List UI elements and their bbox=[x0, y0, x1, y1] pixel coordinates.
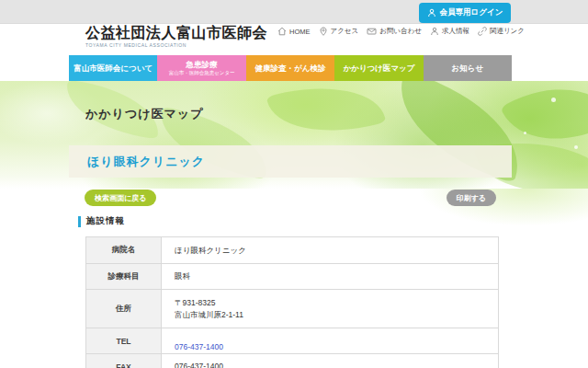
clinic-name-heading: ほり眼科クリニック bbox=[69, 145, 512, 178]
facility-table: 病院名 ほり眼科クリニック 診療科目 眼科 住所 〒931-8325 富山市城川… bbox=[85, 236, 499, 368]
heading-accent-bar bbox=[78, 216, 81, 227]
tab-emergency-sublabel: 富山市・医師会急患センター bbox=[169, 70, 235, 76]
sparkle-decoration bbox=[574, 145, 578, 149]
home-icon bbox=[277, 27, 287, 36]
nav-access[interactable]: アクセス bbox=[319, 27, 359, 36]
table-row-tel: TEL 076-437-1400 bbox=[86, 328, 499, 354]
row-value: 〒931-8325 富山市城川原2-1-11 bbox=[162, 290, 499, 328]
tab-health-checkup[interactable]: 健康診査・がん検診 bbox=[246, 55, 334, 81]
link-icon bbox=[478, 27, 487, 36]
nav-contact-label: お問い合わせ bbox=[379, 27, 422, 36]
main-nav: 富山市医師会について 急患診療 富山市・医師会急患センター 健康診査・がん検診 … bbox=[69, 55, 512, 81]
site-branding[interactable]: 公益社団法人富山市医師会 TOYAMA CITY MEDICAL ASSOCIA… bbox=[85, 25, 267, 48]
row-label: 住所 bbox=[86, 290, 162, 328]
row-value: 076-437-1400 bbox=[162, 328, 499, 354]
tab-doctor-map-label: かかりつけ医マップ bbox=[343, 63, 414, 73]
table-row-fax: FAX 076-437-1400 bbox=[86, 354, 499, 368]
print-button[interactable]: 印刷する bbox=[447, 190, 496, 206]
table-row-address: 住所 〒931-8325 富山市城川原2-1-11 bbox=[86, 290, 499, 328]
tab-news[interactable]: お知らせ bbox=[424, 55, 512, 81]
member-person-icon bbox=[427, 8, 436, 17]
nav-recruit-label: 求人情報 bbox=[442, 27, 469, 36]
row-value: 眼科 bbox=[162, 264, 499, 290]
page: 会員専用ログイン 公益社団法人富山市医師会 TOYAMA CITY MEDICA… bbox=[0, 0, 588, 368]
table-row-department: 診療科目 眼科 bbox=[86, 264, 499, 290]
nav-links[interactable]: 関連リンク bbox=[478, 27, 525, 36]
nav-links-label: 関連リンク bbox=[490, 27, 525, 36]
row-label: 診療科目 bbox=[86, 264, 162, 290]
site-subtitle: TOYAMA CITY MEDICAL ASSOCIATION bbox=[85, 42, 267, 48]
facility-info-label: 施設情報 bbox=[86, 215, 125, 227]
tab-health-checkup-label: 健康診査・がん検診 bbox=[255, 63, 326, 73]
nav-contact[interactable]: お問い合わせ bbox=[367, 27, 422, 36]
tab-news-label: お知らせ bbox=[452, 63, 484, 73]
sparkle-decoration bbox=[551, 98, 556, 102]
leaf-decoration bbox=[266, 81, 386, 149]
person-icon bbox=[430, 27, 439, 36]
nav-home-label: HOME bbox=[289, 28, 311, 36]
pin-icon bbox=[319, 27, 328, 36]
clinic-name: ほり眼科クリニック bbox=[87, 154, 205, 170]
utility-nav: HOME アクセス お問い合わせ 求人情報 bbox=[277, 27, 525, 36]
row-value: ほり眼科クリニック bbox=[162, 237, 499, 264]
sparkle-decoration bbox=[524, 132, 526, 134]
tab-emergency-label: 急患診療 bbox=[187, 60, 218, 69]
back-to-search-button[interactable]: 検索画面に戻る bbox=[85, 190, 156, 206]
member-login-button[interactable]: 会員専用ログイン bbox=[419, 3, 511, 23]
tab-about-label: 富山市医師会について bbox=[74, 63, 153, 73]
row-label: TEL bbox=[86, 328, 162, 354]
member-login-label: 会員専用ログイン bbox=[440, 7, 503, 18]
facility-info-heading: 施設情報 bbox=[78, 215, 125, 227]
tab-doctor-map[interactable]: かかりつけ医マップ bbox=[334, 55, 423, 81]
nav-recruit[interactable]: 求人情報 bbox=[430, 27, 469, 36]
tab-emergency[interactable]: 急患診療 富山市・医師会急患センター bbox=[157, 55, 245, 81]
site-title: 公益社団法人富山市医師会 bbox=[85, 25, 267, 41]
row-label: FAX bbox=[86, 354, 162, 368]
row-label: 病院名 bbox=[86, 237, 162, 264]
page-title: かかりつけ医マップ bbox=[85, 106, 203, 122]
nav-home[interactable]: HOME bbox=[277, 27, 311, 36]
nav-access-label: アクセス bbox=[331, 27, 359, 36]
row-value: 076-437-1400 bbox=[162, 354, 499, 368]
mail-icon bbox=[367, 27, 377, 36]
tel-link[interactable]: 076-437-1400 bbox=[175, 342, 223, 351]
tab-about[interactable]: 富山市医師会について bbox=[69, 55, 157, 81]
table-row-hospital-name: 病院名 ほり眼科クリニック bbox=[86, 237, 499, 264]
